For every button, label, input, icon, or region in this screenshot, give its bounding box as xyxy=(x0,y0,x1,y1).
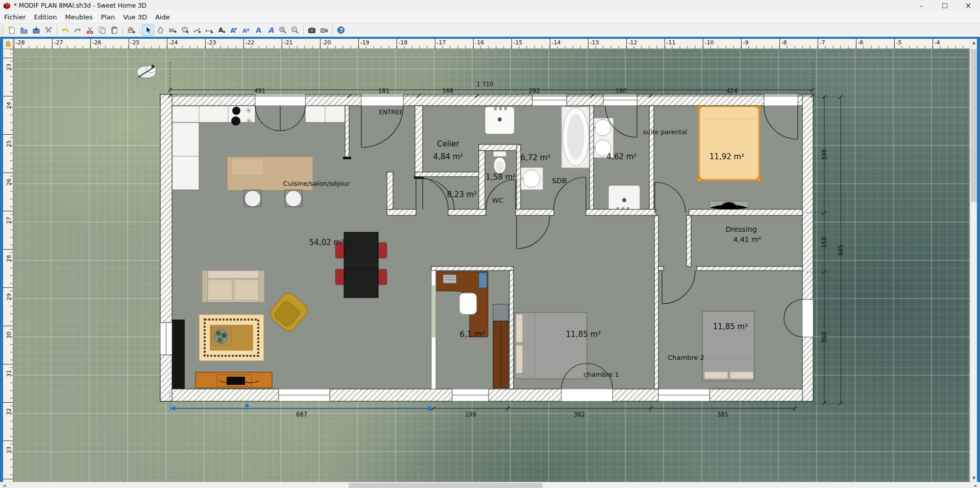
dim-199: 199 xyxy=(465,411,476,418)
ruler-tick xyxy=(3,249,13,250)
area-dressing: 4,41 m² xyxy=(733,235,762,243)
preferences-icon[interactable] xyxy=(42,25,55,36)
label-chambre2: Chambre 2 xyxy=(668,354,704,361)
ruler-tick xyxy=(397,39,397,49)
ruler-tick xyxy=(243,39,244,49)
select-icon[interactable] xyxy=(142,25,154,36)
minimize-icon[interactable]: – xyxy=(910,0,933,11)
menu-item-vue-3d[interactable]: Vue 3D xyxy=(119,12,151,22)
dim-687: 687 xyxy=(296,411,307,418)
close-icon[interactable]: × xyxy=(957,0,980,11)
svg-text:A: A xyxy=(256,26,261,34)
horizontal-scrollbar-thumb[interactable] xyxy=(349,483,543,488)
ruler-top-label: -26 xyxy=(92,39,102,46)
ruler-tick xyxy=(894,39,895,49)
area-chambre1: 11,85 m² xyxy=(566,330,601,339)
ruler-left-label: 28 xyxy=(6,253,12,263)
menu-item-fichier[interactable]: Fichier xyxy=(0,12,30,22)
help-icon[interactable]: ? xyxy=(335,25,347,36)
area-hall: 8,23 m² xyxy=(447,190,477,199)
vertical-scrollbar[interactable]: ▲ ▼ xyxy=(970,39,977,482)
ruler-top-label: -10 xyxy=(705,39,714,46)
cabinet-gray[interactable] xyxy=(493,304,508,321)
dim-382: 382 xyxy=(574,411,585,418)
toilet[interactable] xyxy=(493,151,506,174)
ruler-top-label: -5 xyxy=(896,39,902,46)
maximize-icon[interactable]: ☐ xyxy=(933,0,957,11)
menu-item-plan[interactable]: Plan xyxy=(97,12,119,22)
ruler-corner-lock-icon[interactable] xyxy=(3,39,13,49)
ruler-top-label: -12 xyxy=(628,39,638,46)
dim-292: 292 xyxy=(529,87,540,94)
dim-181: 181 xyxy=(378,87,389,94)
zoom-out-icon[interactable] xyxy=(289,25,301,36)
paste-icon[interactable] xyxy=(108,25,120,36)
ruler-top-label: -23 xyxy=(207,39,216,46)
rug[interactable] xyxy=(199,314,264,361)
save-icon[interactable] xyxy=(30,25,42,36)
cut-icon[interactable] xyxy=(84,25,96,36)
sofa[interactable] xyxy=(202,271,264,302)
ruler-tick xyxy=(779,39,780,49)
desk-chair[interactable] xyxy=(459,293,477,314)
text-decrease-icon[interactable]: A xyxy=(240,25,252,36)
horizontal-scrollbar[interactable]: ◄ ► xyxy=(0,482,980,488)
area-sdb: 6,72 m² xyxy=(521,153,551,162)
vertical-scrollbar-thumb[interactable] xyxy=(971,49,977,202)
create-texts-icon[interactable]: A xyxy=(215,25,228,36)
bed-suite-selected[interactable] xyxy=(697,104,762,182)
text-increase-icon[interactable]: A xyxy=(228,25,240,36)
area-celier: 4,84 m² xyxy=(433,152,463,161)
sdb-sink-square[interactable] xyxy=(485,107,514,134)
dimension-bottom-segments[interactable]: 199 382 385 xyxy=(431,403,797,418)
new-file-icon[interactable] xyxy=(6,25,18,36)
ruler-tick xyxy=(3,326,13,326)
menu-bar: FichierEditionMeublesPlanVue 3DAide xyxy=(0,11,980,23)
compass-icon[interactable] xyxy=(137,64,156,78)
zoom-in-icon[interactable] xyxy=(277,25,289,36)
undo-icon[interactable] xyxy=(59,25,71,36)
toolbar-grip[interactable] xyxy=(1,25,4,35)
photo-icon[interactable] xyxy=(306,25,318,36)
toolbar-separator xyxy=(303,26,304,35)
toolbar-separator xyxy=(332,26,333,35)
create-dimensions-icon[interactable] xyxy=(203,25,215,36)
wardrobe-brown[interactable] xyxy=(493,321,508,388)
create-walls-icon[interactable] xyxy=(166,25,179,36)
svg-text:A: A xyxy=(268,26,274,34)
ruler-tick xyxy=(3,211,13,211)
menu-item-meubles[interactable]: Meubles xyxy=(61,12,96,22)
bed-chambre1[interactable] xyxy=(514,312,587,379)
shower[interactable] xyxy=(608,185,640,212)
open-icon[interactable] xyxy=(18,25,30,36)
add-furniture-icon[interactable] xyxy=(125,25,137,36)
ruler-tick xyxy=(52,39,53,49)
ruler-top-label: -22 xyxy=(246,39,255,46)
ruler-tick xyxy=(473,39,474,49)
text-italic-icon[interactable]: A xyxy=(264,25,277,36)
create-polylines-icon[interactable] xyxy=(191,25,203,36)
ruler-tick xyxy=(3,173,13,173)
video-icon[interactable] xyxy=(318,25,330,36)
tv-stand[interactable] xyxy=(195,372,272,388)
create-rooms-icon[interactable] xyxy=(179,25,191,36)
ruler-top-label: -21 xyxy=(284,39,293,46)
ruler-tick xyxy=(3,441,13,441)
text-bold-icon[interactable]: A xyxy=(252,25,264,36)
ruler-top-label: -17 xyxy=(437,39,446,46)
pan-icon[interactable] xyxy=(154,25,166,36)
label-living: Cuisine/salon/séjour xyxy=(283,180,350,187)
plan-canvas[interactable]: ENTREE Celier 4,84 m² 1,58 m² WC 6,72 m²… xyxy=(13,49,970,482)
bookcase-black[interactable] xyxy=(172,320,185,389)
sdb-round-sink[interactable] xyxy=(520,167,543,190)
menu-item-aide[interactable]: Aide xyxy=(151,12,174,22)
redo-icon[interactable] xyxy=(71,25,84,36)
ruler-top-label: -18 xyxy=(399,39,408,46)
copy-icon[interactable] xyxy=(96,25,108,36)
label-wc: WC xyxy=(492,197,503,204)
menu-item-edition[interactable]: Edition xyxy=(30,12,61,22)
ruler-tick xyxy=(665,39,665,49)
bathtub[interactable] xyxy=(561,107,591,168)
dim-385: 385 xyxy=(717,411,728,418)
ruler-tick xyxy=(167,39,167,49)
